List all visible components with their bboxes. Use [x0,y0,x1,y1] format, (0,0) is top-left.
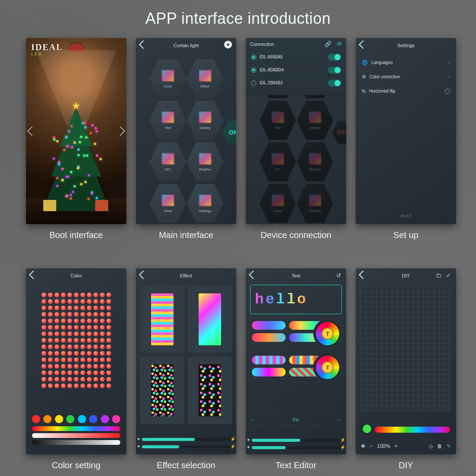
menu-hex-timer[interactable]: Timer [260,183,296,224]
led-dot [74,364,79,369]
text-style-preset[interactable] [252,321,286,330]
settings-row[interactable]: ⚙Color correction› [356,70,456,84]
led-dot [74,344,79,349]
color-swatch[interactable] [112,415,120,423]
effect-thumbnail[interactable] [188,357,232,424]
back-icon[interactable] [359,270,367,279]
device-row[interactable]: IDL-6690A5 [250,51,342,64]
brightness-slider[interactable] [32,440,120,445]
menu-hex-gallery[interactable]: Gallery [187,100,223,141]
mode-label[interactable]: Fix [293,417,299,422]
color-swatch[interactable] [32,415,40,423]
power-toggle[interactable]: ON [222,120,236,145]
settings-row[interactable]: ⇆Horizontal flip [356,84,456,98]
led-dot [100,383,105,388]
text-style-preset[interactable] [252,333,286,342]
color-swatch[interactable] [78,415,86,423]
back-icon[interactable] [139,40,148,49]
device-toggle[interactable] [328,67,341,74]
text-preview[interactable]: hello [250,285,342,314]
bg-color-wheel[interactable]: T [313,353,342,382]
caption-text: Text Editor [276,460,316,470]
version-label: V1.0.7 [356,214,456,218]
color-swatch[interactable] [101,415,109,423]
color-swatch[interactable] [43,415,51,423]
led-dot [55,344,59,349]
hue-slider[interactable] [32,426,120,431]
led-dot [93,364,98,369]
carousel-next-icon[interactable] [116,126,125,136]
led-dot [55,293,59,297]
current-color-swatch[interactable] [362,424,372,434]
led-dot [100,357,105,362]
move-tool-icon[interactable]: ✥ [361,443,365,449]
brightness-slider[interactable]: ✦⚡ [252,446,340,449]
back-icon[interactable] [359,40,367,49]
menu-hex-gallery[interactable]: Gallery [297,100,333,141]
menu-hex-effect[interactable]: Effect [187,58,223,100]
led-dot [106,318,111,323]
eraser-icon[interactable]: ◇ [429,443,433,449]
menu-hex-color[interactable]: Color [150,58,186,100]
effect-thumbnail[interactable] [140,357,184,424]
color-wheel[interactable]: T [313,319,342,348]
carousel-prev-icon[interactable] [27,126,37,136]
pen-icon[interactable]: ✎ [447,443,451,449]
led-dot [61,318,66,323]
speed-slider[interactable]: ✦⚡ [252,439,340,442]
color-swatch[interactable] [89,415,97,423]
menu-hex-settings[interactable]: Settings [187,183,223,224]
led-dot [61,338,66,343]
led-dot [93,306,98,310]
menu-hex-rhythm[interactable]: Rhythm [297,141,333,183]
radio-icon[interactable] [251,80,256,86]
device-row[interactable]: IDL-2984B3 [250,77,342,90]
menu-hex-text[interactable]: Text [150,100,186,141]
menu-hex-rhythm[interactable]: Rhythm [187,141,223,183]
radio-icon[interactable] [251,68,256,73]
radio-icon[interactable] [445,89,450,94]
delete-icon[interactable]: 🗑 [437,443,442,449]
row-icon: ⚙ [362,74,366,80]
caption-device: Device connection [261,230,331,240]
led-dot [87,293,92,297]
hue-slider[interactable] [375,427,450,433]
color-swatch[interactable] [66,415,74,423]
device-toggle[interactable] [328,80,341,87]
led-dot [106,344,111,349]
zoom-in-icon[interactable]: + [395,443,398,449]
link-icon[interactable]: 🔗 [325,41,331,47]
add-button[interactable]: + [224,41,232,48]
back-icon[interactable] [29,270,38,279]
device-toggle[interactable] [328,54,341,61]
pixel-canvas[interactable] [361,286,451,411]
confirm-icon[interactable]: ✓ [446,272,451,279]
color-swatch[interactable] [55,415,63,423]
power-toggle[interactable]: OFF [332,120,346,145]
menu-hex-timer[interactable]: Timer [150,183,186,224]
led-dot [68,351,72,356]
settings-row[interactable]: 🌐Languages› [356,55,456,70]
back-icon[interactable] [139,270,148,279]
effect-thumbnail[interactable] [140,286,184,353]
menu-hex-diy[interactable]: DIY [260,141,296,183]
text-bg-preset[interactable] [252,356,286,364]
menu-hex-text[interactable]: Text [260,100,296,141]
effect-thumbnail[interactable] [188,286,232,353]
speed-slider[interactable]: ✦⚡ [142,438,230,441]
menu-hex-settings[interactable]: Settings [297,183,333,224]
zoom-out-icon[interactable]: − [370,443,373,449]
history-icon[interactable]: ↺ [336,272,341,279]
folder-icon[interactable]: 🗀 [436,272,441,279]
text-bg-preset[interactable] [252,368,286,376]
led-dot [61,377,66,382]
device-row[interactable]: IDL-8D60D4 [250,64,342,77]
menu-hex-diy[interactable]: DIY [150,141,186,183]
refresh-icon[interactable]: ⟳ [337,41,342,47]
direction-right-icon[interactable]: → [336,416,342,423]
brightness-slider[interactable]: ✦⚡ [142,445,230,448]
saturation-slider[interactable] [32,433,120,438]
direction-left-icon[interactable]: ← [250,416,256,423]
radio-icon[interactable] [251,55,256,60]
back-icon[interactable] [249,270,257,279]
